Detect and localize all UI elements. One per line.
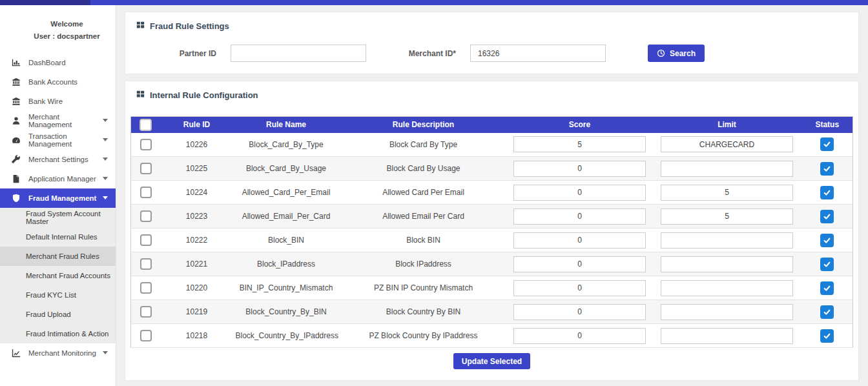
row-checkbox[interactable] (140, 258, 152, 270)
submenu-item-default-internal-rules[interactable]: Default Internal Rules (0, 227, 116, 247)
search-button[interactable]: Search (648, 45, 705, 62)
score-input[interactable] (513, 161, 646, 177)
rule-name-cell: Block_Country_By_BIN (233, 300, 340, 324)
limit-input[interactable] (661, 304, 793, 320)
score-input[interactable] (513, 304, 646, 320)
partner-id-input[interactable] (231, 45, 366, 62)
status-checkbox[interactable] (820, 329, 834, 343)
submenu-item-fraud-intimation-action[interactable]: Fraud Intimation & Action (0, 324, 116, 343)
partner-id-label: Partner ID (125, 49, 216, 58)
wrench-icon (12, 155, 21, 164)
sidebar-item-merchant-management[interactable]: Merchant Management (0, 111, 116, 130)
row-checkbox[interactable] (140, 234, 152, 246)
bank-icon (12, 77, 21, 86)
submenu-item-fraud-upload[interactable]: Fraud Upload (0, 305, 116, 324)
rule-id-cell: 10224 (161, 181, 233, 205)
col-header-score: Score (508, 117, 652, 133)
row-checkbox[interactable] (140, 330, 152, 341)
table-row: 10218Block_Country_By_IPaddressPZ Block … (131, 324, 853, 348)
rule-id-cell: 10218 (161, 324, 233, 348)
limit-input[interactable] (661, 256, 793, 272)
search-form: Partner ID Merchant ID* Search (125, 45, 858, 62)
submenu-item-fraud-kyc-list[interactable]: Fraud KYC List (0, 285, 116, 305)
rule-description-cell: Block BIN (340, 229, 508, 252)
submenu-item-merchant-fraud-rules[interactable]: Merchant Fraud Rules (0, 247, 116, 266)
fraud-rule-settings-card: Fraud Rule Settings Partner ID Merchant … (125, 12, 859, 74)
col-header-rule-description: Rule Description (340, 117, 508, 133)
sidebar-item-transaction-management[interactable]: Transaction Management (0, 130, 116, 150)
status-checkbox[interactable] (820, 258, 834, 271)
score-input[interactable] (513, 232, 646, 249)
rule-id-cell: 10223 (161, 205, 233, 229)
row-checkbox[interactable] (140, 210, 152, 222)
limit-input[interactable] (661, 280, 793, 296)
select-all-checkbox[interactable] (140, 119, 152, 131)
status-checkbox[interactable] (820, 210, 834, 223)
status-checkbox[interactable] (820, 186, 834, 199)
sidebar-item-dashboard[interactable]: DashBoard (0, 53, 116, 72)
status-checkbox[interactable] (820, 137, 834, 151)
sidebar-item-merchant-settings[interactable]: Merchant Settings (0, 150, 116, 169)
score-input[interactable] (513, 280, 646, 296)
page-title: Fraud Rule Settings (150, 21, 229, 31)
row-checkbox[interactable] (140, 187, 152, 198)
submenu-item-fraud-system-account-master[interactable]: Fraud System Account Master (0, 208, 116, 227)
table-row: 10220BIN_IP_Country_MismatchPZ BIN IP Co… (131, 276, 853, 300)
submenu-item-merchant-fraud-accounts[interactable]: Merchant Fraud Accounts (0, 266, 116, 285)
table-row: 10225Block_Card_By_UsageBlock Card By Us… (131, 157, 853, 181)
chevron-down-icon (103, 177, 108, 180)
table-row: 10224Allowed_Card_Per_EmailAllowed Card … (131, 181, 853, 205)
rule-name-cell: Block_BIN (233, 229, 340, 252)
merchant-id-input[interactable] (470, 45, 606, 62)
sidebar-item-bank-accounts[interactable]: Bank Accounts (0, 72, 116, 92)
score-input[interactable] (513, 328, 646, 344)
rules-table: Rule ID Rule Name Rule Description Score… (130, 116, 853, 348)
grid-icon (136, 90, 145, 100)
rule-id-cell: 10219 (161, 300, 233, 324)
row-checkbox[interactable] (140, 163, 152, 174)
status-checkbox[interactable] (820, 162, 834, 176)
clock-icon (657, 49, 665, 57)
score-input[interactable] (513, 208, 646, 225)
limit-input[interactable] (661, 328, 793, 344)
status-checkbox[interactable] (820, 234, 834, 247)
col-header-limit: Limit (652, 117, 802, 133)
sidebar: Welcome User : docspartner DashBoardBank… (0, 5, 116, 386)
table-header-row: Rule ID Rule Name Rule Description Score… (131, 117, 853, 133)
limit-input[interactable] (661, 232, 793, 249)
bar-chart-icon (12, 58, 21, 67)
limit-input[interactable] (661, 136, 793, 152)
score-input[interactable] (513, 185, 646, 201)
merchant-id-label: Merchant ID* (400, 49, 456, 58)
rule-description-cell: Allowed Email Per Card (340, 205, 508, 229)
rule-name-cell: Allowed_Card_Per_Email (233, 181, 340, 205)
rule-name-cell: Block_Card_By_Usage (233, 157, 340, 181)
rule-name-cell: Block_Card_By_Type (233, 133, 340, 157)
sidebar-item-label: Bank Accounts (28, 78, 78, 86)
row-checkbox[interactable] (140, 282, 152, 294)
limit-input[interactable] (661, 208, 793, 225)
sidebar-item-application-manager[interactable]: Application Manager (0, 169, 116, 188)
sidebar-item-bank-wire[interactable]: Bank Wire (0, 92, 116, 111)
update-row: Update Selected (125, 353, 858, 369)
status-checkbox[interactable] (820, 281, 834, 295)
score-input[interactable] (513, 136, 646, 152)
limit-input[interactable] (661, 185, 793, 201)
sidebar-item-merchant-monitoring[interactable]: Merchant Monitoring (0, 343, 116, 363)
file-icon (12, 174, 21, 183)
status-checkbox[interactable] (820, 305, 834, 319)
sidebar-nav: DashBoardBank AccountsBank WireMerchant … (0, 53, 116, 363)
score-input[interactable] (513, 256, 646, 272)
sidebar-item-label: Merchant Monitoring (28, 349, 96, 357)
rule-id-cell: 10221 (161, 252, 233, 276)
table-row: 10226Block_Card_By_TypeBlock Card By Typ… (131, 133, 853, 157)
row-checkbox[interactable] (140, 306, 152, 318)
row-checkbox[interactable] (140, 139, 152, 150)
limit-input[interactable] (661, 161, 793, 177)
sidebar-item-fraud-management[interactable]: Fraud Management (0, 188, 116, 208)
update-selected-button[interactable]: Update Selected (453, 353, 530, 369)
section-title: Internal Rule Configuration (150, 90, 258, 100)
sidebar-item-label: Fraud Management (28, 194, 96, 202)
welcome-block: Welcome User : docspartner (0, 5, 116, 53)
line-chart-icon (12, 349, 21, 358)
